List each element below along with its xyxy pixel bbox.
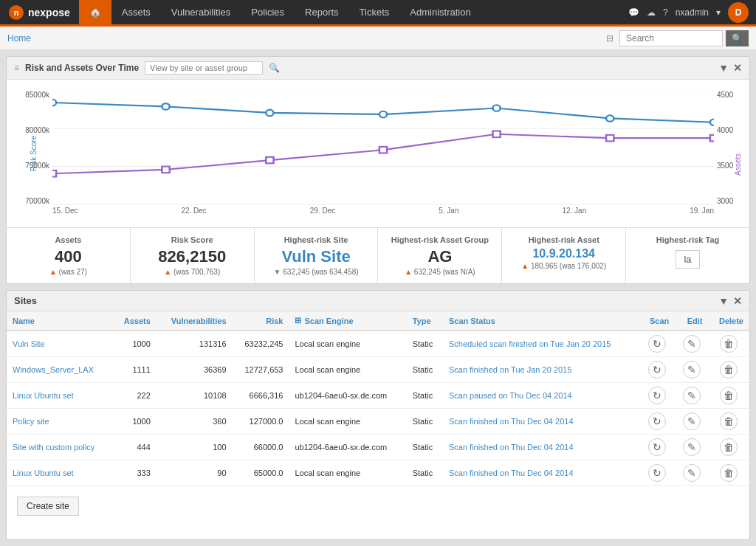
delete-icon[interactable]: 🗑	[720, 412, 738, 430]
user-dropdown-icon[interactable]: ▾	[716, 7, 721, 18]
col-edit[interactable]: Edit	[675, 311, 708, 331]
edit-icon[interactable]: ✎	[683, 387, 701, 404]
site-edit-action[interactable]: ✎	[675, 409, 708, 435]
sites-close-button[interactable]: ✕	[733, 296, 742, 306]
site-delete-action[interactable]: 🗑	[708, 435, 749, 460]
site-name[interactable]: Site with custom policy	[7, 435, 113, 460]
site-scan-engine: ub1204-6aeu0-sx.de.com	[289, 435, 406, 460]
delete-icon[interactable]: 🗑	[720, 438, 738, 456]
delete-icon[interactable]: 🗑	[720, 361, 738, 379]
risk-assets-widget-header: ≡ Risk and Assets Over Time 🔍 ▼ ✕	[7, 57, 749, 80]
scan-icon[interactable]: ↻	[648, 438, 666, 456]
scan-icon[interactable]: ↻	[648, 464, 666, 482]
col-vulnerabilities[interactable]: Vulnerabilities	[157, 311, 233, 331]
site-edit-action[interactable]: ✎	[675, 435, 708, 460]
site-type: Static	[407, 383, 443, 409]
nav-item-tickets[interactable]: Tickets	[349, 0, 400, 24]
site-scan-action[interactable]: ↻	[639, 357, 675, 383]
scan-icon[interactable]: ↻	[648, 412, 666, 430]
site-scan-action[interactable]: ↻	[639, 409, 675, 435]
col-risk[interactable]: Risk	[233, 311, 289, 331]
search-button[interactable]: 🔍	[726, 30, 749, 46]
site-scan-action[interactable]: ↻	[639, 435, 675, 460]
view-search-icon[interactable]: 🔍	[269, 63, 280, 73]
sites-table-body: Vuln Site 1000 131316 63232,245 Local sc…	[7, 331, 749, 486]
nav-item-administration[interactable]: Administration	[399, 0, 481, 24]
svg-rect-15	[492, 131, 500, 138]
site-assets: 1000	[113, 409, 157, 435]
col-delete[interactable]: Delete	[708, 311, 749, 331]
edit-icon[interactable]: ✎	[683, 412, 701, 430]
site-scan-engine: Local scan engine	[289, 460, 406, 486]
svg-point-9	[606, 115, 614, 122]
site-scan-engine: Local scan engine	[289, 331, 406, 357]
create-site-button[interactable]: Create site	[17, 497, 79, 516]
delete-icon[interactable]: 🗑	[720, 464, 738, 482]
sites-table: Name Assets Vulnerabilities Risk ⊞ Scan …	[7, 311, 749, 486]
logo-icon: n	[9, 5, 24, 20]
table-row: Linux Ubuntu set 222 10108 6666,316 ub12…	[7, 383, 749, 409]
edit-icon[interactable]: ✎	[683, 438, 701, 456]
nav-item-policies[interactable]: Policies	[241, 0, 295, 24]
col-assets[interactable]: Assets	[113, 311, 157, 331]
view-by-input[interactable]	[145, 61, 263, 75]
delete-icon[interactable]: 🗑	[720, 387, 738, 404]
scan-icon[interactable]: ↻	[648, 335, 666, 353]
scan-icon[interactable]: ↻	[648, 361, 666, 379]
minimize-button[interactable]: ▼	[718, 63, 729, 73]
table-row: Site with custom policy 444 100 66000.0 …	[7, 435, 749, 460]
site-name[interactable]: Vuln Site	[7, 331, 113, 357]
col-scan-status[interactable]: Scan Status	[443, 311, 639, 331]
site-scan-action[interactable]: ↻	[639, 460, 675, 486]
site-delete-action[interactable]: 🗑	[708, 357, 749, 383]
site-risk: 65000.0	[233, 460, 289, 486]
col-scan[interactable]: Scan	[639, 311, 675, 331]
site-delete-action[interactable]: 🗑	[708, 331, 749, 357]
site-name[interactable]: Linux Ubuntu set	[7, 383, 113, 409]
nav-item-vulnerabilities[interactable]: Vulnerabilities	[161, 0, 241, 24]
nav-menu: 🏠 Assets Vulnerabilities Policies Report…	[79, 0, 481, 24]
edit-icon[interactable]: ✎	[683, 464, 701, 482]
site-delete-action[interactable]: 🗑	[708, 460, 749, 486]
site-scan-action[interactable]: ↻	[639, 331, 675, 357]
site-edit-action[interactable]: ✎	[675, 383, 708, 409]
col-name[interactable]: Name	[7, 311, 113, 331]
breadcrumb-home[interactable]: Home	[7, 33, 31, 44]
sites-minimize-button[interactable]: ▼	[718, 296, 729, 306]
site-type: Static	[407, 409, 443, 435]
user-avatar: D	[728, 2, 749, 23]
svg-point-7	[379, 111, 387, 118]
risk-assets-widget: ≡ Risk and Assets Over Time 🔍 ▼ ✕ 85000k…	[6, 56, 750, 284]
site-edit-action[interactable]: ✎	[675, 460, 708, 486]
stat-highest-risk-group: Highest-risk Asset Group AG ▲ 632,245 (w…	[378, 228, 502, 283]
filter-icon[interactable]: ⊟	[606, 33, 614, 44]
edit-icon[interactable]: ✎	[683, 335, 701, 353]
chat-icon[interactable]: 💬	[628, 7, 639, 18]
nav-item-assets[interactable]: Assets	[111, 0, 161, 24]
site-vulnerabilities: 131316	[157, 331, 233, 357]
site-name[interactable]: Policy site	[7, 409, 113, 435]
site-vulnerabilities: 36369	[157, 357, 233, 383]
site-edit-action[interactable]: ✎	[675, 331, 708, 357]
nav-item-reports[interactable]: Reports	[295, 0, 349, 24]
user-menu[interactable]: nxadmin	[676, 7, 709, 18]
help-icon[interactable]: ?	[663, 7, 668, 18]
cloud-icon[interactable]: ☁	[647, 7, 656, 18]
col-scan-engine[interactable]: ⊞ Scan Engine	[289, 311, 406, 331]
main-content: ≡ Risk and Assets Over Time 🔍 ▼ ✕ 85000k…	[0, 50, 756, 546]
search-input[interactable]	[619, 30, 723, 46]
col-type[interactable]: Type	[407, 311, 443, 331]
widget-controls: ▼ ✕	[718, 63, 742, 73]
site-name[interactable]: Linux Ubuntu set	[7, 460, 113, 486]
scan-icon[interactable]: ↻	[648, 387, 666, 404]
site-name[interactable]: Windows_Server_LAX	[7, 357, 113, 383]
site-delete-action[interactable]: 🗑	[708, 409, 749, 435]
close-button[interactable]: ✕	[733, 63, 742, 73]
delete-icon[interactable]: 🗑	[720, 335, 738, 353]
edit-icon[interactable]: ✎	[683, 361, 701, 379]
nav-item-home[interactable]: 🏠	[79, 0, 111, 24]
site-edit-action[interactable]: ✎	[675, 357, 708, 383]
site-scan-action[interactable]: ↻	[639, 383, 675, 409]
site-delete-action[interactable]: 🗑	[708, 383, 749, 409]
sites-widget-header: Sites ▼ ✕	[7, 291, 749, 311]
